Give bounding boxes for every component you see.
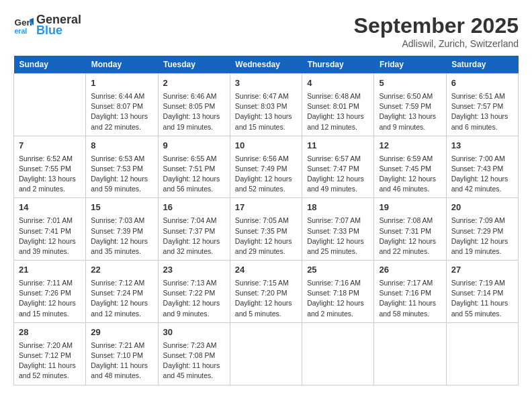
- day-header-sunday: Sunday: [14, 56, 86, 74]
- calendar-cell: 29Sunrise: 7:21 AM Sunset: 7:10 PM Dayli…: [86, 322, 158, 385]
- cell-content: Sunrise: 7:23 AM Sunset: 7:08 PM Dayligh…: [163, 340, 225, 381]
- day-number: 13: [451, 140, 513, 152]
- day-number: 22: [91, 264, 152, 277]
- calendar-cell: 12Sunrise: 6:59 AM Sunset: 7:45 PM Dayli…: [374, 136, 446, 198]
- calendar-cell: 9Sunrise: 6:55 AM Sunset: 7:51 PM Daylig…: [158, 136, 230, 198]
- day-number: 20: [451, 201, 513, 214]
- calendar-cell: 1Sunrise: 6:44 AM Sunset: 8:07 PM Daylig…: [86, 74, 158, 136]
- calendar-cell: 23Sunrise: 7:13 AM Sunset: 7:22 PM Dayli…: [158, 261, 230, 323]
- calendar-cell: 6Sunrise: 6:51 AM Sunset: 7:57 PM Daylig…: [446, 74, 518, 136]
- calendar-cell: 16Sunrise: 7:04 AM Sunset: 7:37 PM Dayli…: [158, 198, 230, 261]
- cell-content: Sunrise: 7:12 AM Sunset: 7:24 PM Dayligh…: [91, 278, 152, 319]
- logo: Gen eral General Blue: [13, 13, 81, 38]
- week-row-2: 7Sunrise: 6:52 AM Sunset: 7:55 PM Daylig…: [14, 136, 519, 198]
- day-number: 21: [19, 264, 81, 277]
- calendar-table: SundayMondayTuesdayWednesdayThursdayFrid…: [13, 56, 519, 385]
- day-number: 1: [91, 77, 152, 90]
- calendar-cell: 4Sunrise: 6:48 AM Sunset: 8:01 PM Daylig…: [302, 74, 374, 136]
- cell-content: Sunrise: 7:15 AM Sunset: 7:20 PM Dayligh…: [235, 278, 297, 319]
- logo-icon: Gen eral: [13, 15, 34, 36]
- logo-blue-text: Blue: [36, 24, 81, 38]
- page-header: Gen eral General Blue September 2025 Adl…: [13, 13, 519, 49]
- calendar-cell: 2Sunrise: 6:46 AM Sunset: 8:05 PM Daylig…: [158, 74, 230, 136]
- cell-content: Sunrise: 6:47 AM Sunset: 8:03 PM Dayligh…: [235, 91, 297, 132]
- day-number: 26: [379, 264, 441, 277]
- week-row-5: 28Sunrise: 7:20 AM Sunset: 7:12 PM Dayli…: [14, 322, 519, 385]
- day-header-wednesday: Wednesday: [230, 56, 302, 74]
- cell-content: Sunrise: 6:46 AM Sunset: 8:05 PM Dayligh…: [163, 91, 225, 132]
- cell-content: Sunrise: 7:07 AM Sunset: 7:33 PM Dayligh…: [307, 216, 369, 257]
- calendar-cell: 28Sunrise: 7:20 AM Sunset: 7:12 PM Dayli…: [14, 322, 86, 385]
- cell-content: Sunrise: 6:57 AM Sunset: 7:47 PM Dayligh…: [307, 154, 369, 195]
- svg-text:eral: eral: [15, 27, 28, 35]
- day-number: 10: [235, 140, 297, 152]
- cell-content: Sunrise: 7:19 AM Sunset: 7:14 PM Dayligh…: [451, 278, 513, 319]
- day-number: 2: [163, 77, 225, 90]
- calendar-cell: 15Sunrise: 7:03 AM Sunset: 7:39 PM Dayli…: [86, 198, 158, 261]
- cell-content: Sunrise: 6:59 AM Sunset: 7:45 PM Dayligh…: [379, 154, 441, 195]
- cell-content: Sunrise: 7:17 AM Sunset: 7:16 PM Dayligh…: [379, 278, 441, 319]
- calendar-cell: 25Sunrise: 7:16 AM Sunset: 7:18 PM Dayli…: [302, 261, 374, 323]
- day-number: 3: [235, 77, 297, 90]
- calendar-cell: 27Sunrise: 7:19 AM Sunset: 7:14 PM Dayli…: [446, 261, 518, 323]
- cell-content: Sunrise: 6:44 AM Sunset: 8:07 PM Dayligh…: [91, 91, 152, 132]
- calendar-cell: 21Sunrise: 7:11 AM Sunset: 7:26 PM Dayli…: [14, 261, 86, 323]
- day-number: 24: [235, 264, 297, 277]
- week-row-4: 21Sunrise: 7:11 AM Sunset: 7:26 PM Dayli…: [14, 261, 519, 323]
- cell-content: Sunrise: 7:03 AM Sunset: 7:39 PM Dayligh…: [91, 216, 152, 257]
- calendar-cell: 17Sunrise: 7:05 AM Sunset: 7:35 PM Dayli…: [230, 198, 302, 261]
- calendar-cell: [446, 322, 518, 385]
- calendar-cell: 13Sunrise: 7:00 AM Sunset: 7:43 PM Dayli…: [446, 136, 518, 198]
- calendar-cell: 7Sunrise: 6:52 AM Sunset: 7:55 PM Daylig…: [14, 136, 86, 198]
- calendar-cell: 30Sunrise: 7:23 AM Sunset: 7:08 PM Dayli…: [158, 322, 230, 385]
- calendar-cell: 18Sunrise: 7:07 AM Sunset: 7:33 PM Dayli…: [302, 198, 374, 261]
- cell-content: Sunrise: 7:09 AM Sunset: 7:29 PM Dayligh…: [451, 216, 513, 257]
- calendar-cell: 10Sunrise: 6:56 AM Sunset: 7:49 PM Dayli…: [230, 136, 302, 198]
- cell-content: Sunrise: 7:05 AM Sunset: 7:35 PM Dayligh…: [235, 216, 297, 257]
- calendar-cell: [302, 322, 374, 385]
- week-row-1: 1Sunrise: 6:44 AM Sunset: 8:07 PM Daylig…: [14, 74, 519, 136]
- cell-content: Sunrise: 6:52 AM Sunset: 7:55 PM Dayligh…: [19, 154, 81, 195]
- day-number: 8: [91, 140, 152, 152]
- day-header-tuesday: Tuesday: [158, 56, 230, 74]
- cell-content: Sunrise: 7:20 AM Sunset: 7:12 PM Dayligh…: [19, 340, 81, 381]
- calendar-cell: 26Sunrise: 7:17 AM Sunset: 7:16 PM Dayli…: [374, 261, 446, 323]
- day-number: 25: [307, 264, 369, 277]
- calendar-cell: 3Sunrise: 6:47 AM Sunset: 8:03 PM Daylig…: [230, 74, 302, 136]
- cell-content: Sunrise: 7:04 AM Sunset: 7:37 PM Dayligh…: [163, 216, 225, 257]
- day-number: 23: [163, 264, 225, 277]
- calendar-cell: 24Sunrise: 7:15 AM Sunset: 7:20 PM Dayli…: [230, 261, 302, 323]
- cell-content: Sunrise: 7:16 AM Sunset: 7:18 PM Dayligh…: [307, 278, 369, 319]
- cell-content: Sunrise: 7:13 AM Sunset: 7:22 PM Dayligh…: [163, 278, 225, 319]
- day-number: 19: [379, 201, 441, 214]
- calendar-cell: 19Sunrise: 7:08 AM Sunset: 7:31 PM Dayli…: [374, 198, 446, 261]
- calendar-cell: 20Sunrise: 7:09 AM Sunset: 7:29 PM Dayli…: [446, 198, 518, 261]
- cell-content: Sunrise: 6:56 AM Sunset: 7:49 PM Dayligh…: [235, 154, 297, 195]
- month-title: September 2025: [354, 13, 519, 38]
- day-number: 7: [19, 140, 81, 152]
- day-number: 9: [163, 140, 225, 152]
- day-number: 30: [163, 326, 225, 339]
- day-header-friday: Friday: [374, 56, 446, 74]
- title-block: September 2025 Adliswil, Zurich, Switzer…: [354, 13, 519, 49]
- day-number: 15: [91, 201, 152, 214]
- day-number: 12: [379, 140, 441, 152]
- calendar-cell: 8Sunrise: 6:53 AM Sunset: 7:53 PM Daylig…: [86, 136, 158, 198]
- day-header-monday: Monday: [86, 56, 158, 74]
- day-number: 28: [19, 326, 81, 339]
- calendar-cell: 11Sunrise: 6:57 AM Sunset: 7:47 PM Dayli…: [302, 136, 374, 198]
- day-number: 27: [451, 264, 513, 277]
- calendar-cell: [374, 322, 446, 385]
- header-row: SundayMondayTuesdayWednesdayThursdayFrid…: [14, 56, 519, 74]
- cell-content: Sunrise: 7:21 AM Sunset: 7:10 PM Dayligh…: [91, 340, 152, 381]
- day-number: 11: [307, 140, 369, 152]
- cell-content: Sunrise: 7:11 AM Sunset: 7:26 PM Dayligh…: [19, 278, 81, 319]
- day-number: 14: [19, 201, 81, 214]
- day-number: 6: [451, 77, 513, 90]
- calendar-cell: [14, 74, 86, 136]
- cell-content: Sunrise: 7:01 AM Sunset: 7:41 PM Dayligh…: [19, 216, 81, 257]
- cell-content: Sunrise: 7:08 AM Sunset: 7:31 PM Dayligh…: [379, 216, 441, 257]
- day-number: 18: [307, 201, 369, 214]
- day-number: 29: [91, 326, 152, 339]
- calendar-cell: 5Sunrise: 6:50 AM Sunset: 7:59 PM Daylig…: [374, 74, 446, 136]
